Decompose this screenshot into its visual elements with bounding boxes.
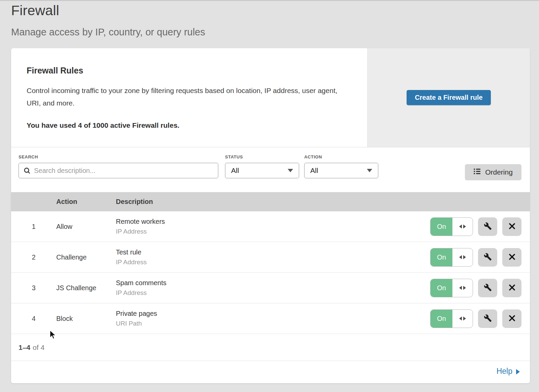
arrow-right-icon (463, 224, 466, 229)
help-link-label: Help (497, 367, 512, 376)
rule-priority: 4 (11, 315, 56, 323)
delete-rule-button[interactable] (502, 309, 521, 328)
arrow-left-icon (459, 224, 462, 229)
arrow-left-icon (459, 255, 462, 259)
toggle-on-label: On (431, 218, 452, 236)
firewall-rules-summary: Firewall Rules Control incoming traffic … (11, 48, 530, 147)
rule-enabled-toggle[interactable]: On (430, 217, 473, 236)
rule-description-cell: Test rule IP Address (116, 248, 430, 266)
table-row: 2 Challenge Test rule IP Address On (11, 242, 530, 273)
toggle-handle[interactable] (452, 218, 473, 236)
firewall-rules-title: Firewall Rules (27, 66, 354, 76)
search-filter-group: SEARCH (19, 154, 218, 178)
rule-controls: On (430, 248, 530, 267)
search-icon (24, 167, 31, 174)
wrench-icon (484, 314, 492, 323)
screen-top-edge (0, 0, 539, 1)
action-filter-group: ACTION All (304, 154, 378, 178)
edit-rule-button[interactable] (478, 279, 497, 297)
firewall-rules-table: Action Description 1 Allow Remote worker… (11, 192, 530, 334)
firewall-card: Firewall Rules Control incoming traffic … (11, 48, 530, 383)
column-action: Action (56, 198, 116, 206)
close-icon (508, 222, 516, 231)
rule-description-cell: Spam comments IP Address (116, 279, 430, 297)
toggle-on-label: On (431, 310, 452, 328)
action-label: ACTION (304, 154, 378, 159)
delete-rule-button[interactable] (502, 217, 521, 236)
pagination: 1–4 of 4 (11, 334, 530, 361)
rule-controls: On (430, 309, 530, 328)
action-select[interactable]: All (304, 163, 378, 178)
close-icon (508, 314, 516, 323)
arrow-right-icon (463, 316, 466, 321)
rule-action: Challenge (56, 253, 116, 261)
rule-controls: On (430, 279, 530, 297)
rule-description: Spam comments (116, 279, 430, 287)
rule-enabled-toggle[interactable]: On (430, 248, 473, 267)
rule-enabled-toggle[interactable]: On (430, 279, 473, 297)
firewall-rules-text: Firewall Rules Control incoming traffic … (11, 48, 367, 147)
table-row: 4 Block Private pages URI Path On (11, 303, 530, 334)
create-firewall-rule-button[interactable]: Create a Firewall rule (407, 90, 490, 105)
ordering-button[interactable]: Ordering (465, 164, 521, 180)
wrench-icon (484, 253, 492, 262)
search-label: SEARCH (19, 154, 218, 159)
status-select[interactable]: All (225, 163, 299, 178)
search-input[interactable] (34, 167, 213, 175)
firewall-rules-description: Control incoming traffic to your zone by… (27, 84, 347, 109)
page-subtitle: Manage access by IP, country, or query r… (11, 27, 205, 38)
search-box (19, 163, 218, 178)
ordering-button-label: Ordering (485, 168, 513, 176)
status-filter-group: STATUS All (225, 154, 299, 178)
edit-rule-button[interactable] (478, 217, 497, 236)
table-row: 3 JS Challenge Spam comments IP Address … (11, 273, 530, 303)
rule-controls: On (430, 217, 530, 236)
page-header: Firewall Manage access by IP, country, o… (11, 3, 205, 38)
rule-description: Private pages (116, 310, 430, 318)
rule-match-type: IP Address (116, 259, 430, 266)
close-icon (508, 284, 516, 292)
chevron-down-icon (367, 169, 372, 172)
rule-description: Remote workers (116, 218, 430, 225)
rule-priority: 1 (11, 223, 56, 231)
action-selected-value: All (310, 167, 318, 175)
toggle-handle[interactable] (452, 248, 473, 266)
help-bar: Help (11, 361, 530, 382)
firewall-rules-usage: You have used 4 of 1000 active Firewall … (27, 121, 354, 129)
rule-action: JS Challenge (56, 284, 116, 292)
delete-rule-button[interactable] (502, 279, 521, 297)
rule-enabled-toggle[interactable]: On (430, 309, 473, 328)
wrench-icon (484, 283, 492, 293)
edit-rule-button[interactable] (478, 248, 497, 267)
arrow-left-icon (459, 286, 462, 290)
status-label: STATUS (225, 154, 299, 159)
table-header-row: Action Description (11, 192, 530, 211)
column-description: Description (116, 198, 530, 206)
wrench-icon (484, 222, 492, 231)
arrow-left-icon (459, 316, 462, 321)
rule-description-cell: Private pages URI Path (116, 310, 430, 327)
pagination-total: of 4 (33, 343, 44, 352)
rule-action: Allow (56, 223, 116, 231)
arrow-right-icon (463, 255, 466, 259)
chevron-down-icon (288, 169, 293, 172)
rule-match-type: IP Address (116, 289, 430, 297)
close-icon (508, 253, 516, 262)
list-ordering-icon (474, 168, 481, 176)
rule-description: Test rule (116, 248, 430, 256)
delete-rule-button[interactable] (502, 248, 521, 267)
rule-action: Block (56, 315, 116, 323)
create-rule-panel: Create a Firewall rule (367, 48, 530, 147)
rule-priority: 2 (11, 253, 56, 261)
toggle-handle[interactable] (452, 279, 473, 297)
edit-rule-button[interactable] (478, 309, 497, 328)
pagination-range: 1–4 (19, 343, 30, 352)
toggle-on-label: On (431, 248, 452, 266)
table-row: 1 Allow Remote workers IP Address On (11, 211, 530, 242)
toggle-on-label: On (431, 279, 452, 297)
rule-priority: 3 (11, 284, 56, 292)
help-link[interactable]: Help (497, 367, 520, 376)
toggle-handle[interactable] (452, 310, 473, 328)
arrow-right-icon (463, 286, 466, 290)
caret-right-icon (516, 369, 520, 374)
